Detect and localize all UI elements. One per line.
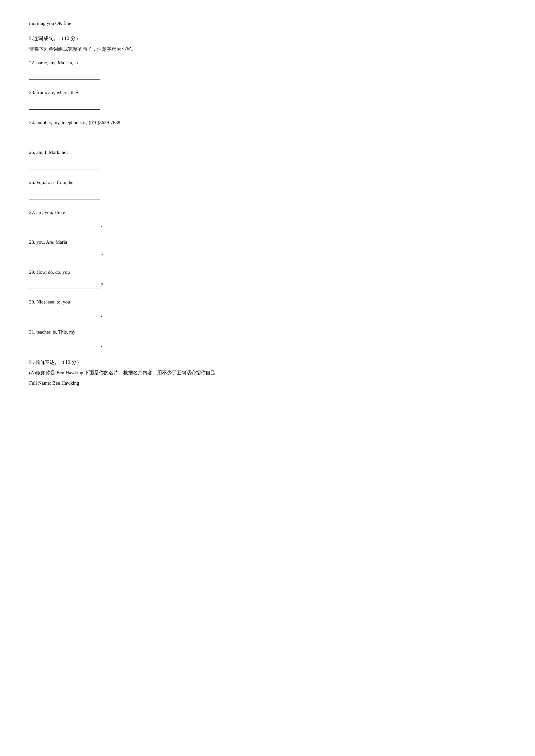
question-text-25: 25. am, I, Mark, not — [29, 148, 506, 156]
questions-container: 22. name, my, Ma Lin, is 23. from, are, … — [29, 59, 506, 349]
section-ii-title: Ⅱ.连词成句。（10 分） — [29, 34, 506, 43]
answer-line-29: ? — [29, 281, 506, 289]
question-text-28: 28. you, Are, Maria — [29, 238, 506, 246]
answer-line-25 — [29, 161, 506, 169]
question-block-27: 27. are, you, He re . — [29, 208, 506, 230]
answer-line-27: . — [29, 221, 506, 230]
answer-underline-22 — [29, 71, 100, 80]
section-ii-description: 请将下列单词组成完整的句子，注意字母大小写。 — [29, 45, 506, 53]
answer-line-22 — [29, 71, 506, 80]
question-text-29: 29. How, do, do, you — [29, 268, 506, 276]
answer-line-23 — [29, 101, 506, 110]
question-text-24: 24. number, my, telephone, is, (010)8629… — [29, 119, 506, 126]
answer-line-28: ? — [29, 251, 506, 259]
answer-suffix-29: ? — [101, 281, 103, 289]
question-block-22: 22. name, my, Ma Lin, is — [29, 59, 506, 80]
question-block-29: 29. How, do, do, you ? — [29, 268, 506, 289]
answer-line-26 — [29, 191, 506, 200]
answer-underline-27 — [29, 221, 100, 230]
answer-underline-28 — [29, 251, 100, 259]
answer-suffix-31: . — [101, 341, 102, 349]
answer-underline-24 — [29, 131, 100, 140]
full-name-label: Full Name: Ben Hawking — [29, 379, 506, 387]
question-text-31: 31. teacher, is, This, my — [29, 328, 506, 336]
section-iii-description: (A)假如你是 Ben Hawking,下面是你的名片。根据名片内容，用不少于五… — [29, 369, 506, 377]
answer-suffix-27: . — [101, 221, 102, 229]
answer-suffix-30: . — [101, 311, 102, 319]
question-block-23: 23. from, are, where, they — [29, 89, 506, 110]
answer-underline-23 — [29, 101, 100, 110]
morning-text: morning you OK fine — [29, 19, 506, 27]
answer-underline-30 — [29, 310, 100, 319]
answer-line-31: . — [29, 340, 506, 349]
answer-line-24 — [29, 131, 506, 140]
answer-line-30: . — [29, 310, 506, 319]
question-text-26: 26. Fujian, is, from, he — [29, 178, 506, 186]
question-block-24: 24. number, my, telephone, is, (010)8629… — [29, 119, 506, 140]
question-block-28: 28. you, Are, Maria ? — [29, 238, 506, 259]
answer-underline-26 — [29, 191, 100, 200]
answer-underline-31 — [29, 340, 100, 349]
question-text-30: 30. Nice, see, to, you — [29, 298, 506, 306]
question-block-25: 25. am, I, Mark, not — [29, 148, 506, 169]
section-iii-title: Ⅲ.书面表达。（10 分） — [29, 358, 506, 366]
question-text-23: 23. from, are, where, they — [29, 89, 506, 96]
question-text-27: 27. are, you, He re — [29, 208, 506, 216]
question-block-31: 31. teacher, is, This, my . — [29, 328, 506, 349]
answer-underline-25 — [29, 161, 100, 169]
section-iii: Ⅲ.书面表达。（10 分） (A)假如你是 Ben Hawking,下面是你的名… — [29, 358, 506, 387]
answer-suffix-28: ? — [101, 252, 103, 259]
question-text-22: 22. name, my, Ma Lin, is — [29, 59, 506, 67]
question-block-26: 26. Fujian, is, from, he — [29, 178, 506, 200]
answer-underline-29 — [29, 281, 100, 289]
question-block-30: 30. Nice, see, to, you . — [29, 298, 506, 319]
